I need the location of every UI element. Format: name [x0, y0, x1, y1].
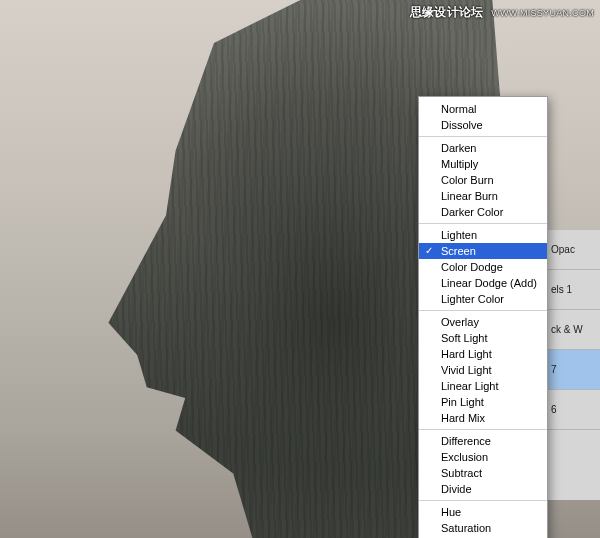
watermark-sub: WWW.MISSYUAN.COM	[491, 8, 594, 18]
blend-mode-linear-dodge-add-[interactable]: Linear Dodge (Add)	[419, 275, 547, 291]
blend-mode-lighter-color[interactable]: Lighter Color	[419, 291, 547, 307]
blend-mode-label: Divide	[441, 483, 472, 495]
watermark-main: 思缘设计论坛	[410, 5, 484, 19]
blend-mode-normal[interactable]: Normal	[419, 101, 547, 117]
blend-mode-hue[interactable]: Hue	[419, 504, 547, 520]
blend-mode-label: Exclusion	[441, 451, 488, 463]
blend-mode-label: Darken	[441, 142, 476, 154]
blend-mode-darken[interactable]: Darken	[419, 140, 547, 156]
blend-mode-label: Hard Mix	[441, 412, 485, 424]
blend-mode-hard-mix[interactable]: Hard Mix	[419, 410, 547, 426]
blend-mode-soft-light[interactable]: Soft Light	[419, 330, 547, 346]
blend-mode-label: Linear Burn	[441, 190, 498, 202]
blend-mode-menu[interactable]: NormalDissolveDarkenMultiplyColor BurnLi…	[418, 96, 548, 538]
blend-mode-saturation[interactable]: Saturation	[419, 520, 547, 536]
blend-mode-label: Soft Light	[441, 332, 487, 344]
layer-label: ck & W	[551, 324, 583, 335]
blend-mode-label: Saturation	[441, 522, 491, 534]
blend-mode-color-dodge[interactable]: Color Dodge	[419, 259, 547, 275]
blend-mode-label: Darker Color	[441, 206, 503, 218]
blend-mode-label: Linear Dodge (Add)	[441, 277, 537, 289]
blend-mode-difference[interactable]: Difference	[419, 433, 547, 449]
blend-mode-label: Color Burn	[441, 174, 494, 186]
blend-mode-label: Difference	[441, 435, 491, 447]
blend-mode-label: Multiply	[441, 158, 478, 170]
blend-mode-label: Linear Light	[441, 380, 499, 392]
blend-mode-exclusion[interactable]: Exclusion	[419, 449, 547, 465]
blend-mode-screen[interactable]: ✓Screen	[419, 243, 547, 259]
blend-mode-label: Lighter Color	[441, 293, 504, 305]
check-icon: ✓	[425, 244, 433, 258]
layer-label: 7	[551, 364, 557, 375]
blend-mode-darker-color[interactable]: Darker Color	[419, 204, 547, 220]
blend-mode-label: Lighten	[441, 229, 477, 241]
blend-mode-label: Normal	[441, 103, 476, 115]
blend-mode-label: Vivid Light	[441, 364, 492, 376]
blend-mode-label: Dissolve	[441, 119, 483, 131]
blend-mode-color-burn[interactable]: Color Burn	[419, 172, 547, 188]
blend-mode-label: Hue	[441, 506, 461, 518]
blend-mode-label: Screen	[441, 245, 476, 257]
watermark: 思缘设计论坛 WWW.MISSYUAN.COM	[410, 4, 594, 21]
blend-mode-overlay[interactable]: Overlay	[419, 314, 547, 330]
blend-mode-subtract[interactable]: Subtract	[419, 465, 547, 481]
blend-mode-multiply[interactable]: Multiply	[419, 156, 547, 172]
blend-mode-hard-light[interactable]: Hard Light	[419, 346, 547, 362]
blend-mode-label: Overlay	[441, 316, 479, 328]
layers-panel: Opac els 1 ck & W 7 6	[546, 230, 600, 500]
layer-6[interactable]: 6	[547, 390, 600, 430]
opacity-label: Opac	[551, 244, 575, 255]
blend-mode-linear-burn[interactable]: Linear Burn	[419, 188, 547, 204]
blend-mode-dissolve[interactable]: Dissolve	[419, 117, 547, 133]
blend-mode-vivid-light[interactable]: Vivid Light	[419, 362, 547, 378]
blend-mode-lighten[interactable]: Lighten	[419, 227, 547, 243]
layer-bw[interactable]: ck & W	[547, 310, 600, 350]
opacity-row[interactable]: Opac	[547, 230, 600, 270]
blend-mode-label: Hard Light	[441, 348, 492, 360]
blend-mode-pin-light[interactable]: Pin Light	[419, 394, 547, 410]
layer-label: els 1	[551, 284, 572, 295]
blend-mode-label: Subtract	[441, 467, 482, 479]
layer-levels[interactable]: els 1	[547, 270, 600, 310]
blend-mode-label: Color Dodge	[441, 261, 503, 273]
blend-mode-divide[interactable]: Divide	[419, 481, 547, 497]
blend-mode-label: Pin Light	[441, 396, 484, 408]
layer-label: 6	[551, 404, 557, 415]
blend-mode-linear-light[interactable]: Linear Light	[419, 378, 547, 394]
layer-7[interactable]: 7	[547, 350, 600, 390]
